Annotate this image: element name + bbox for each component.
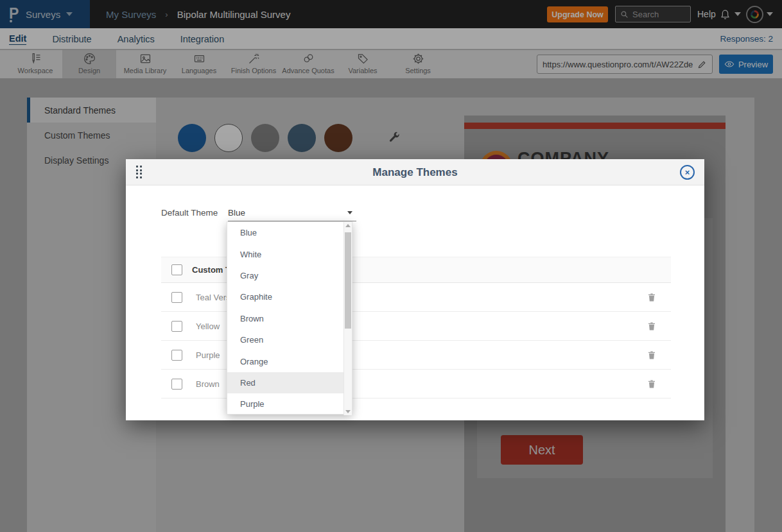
dropdown-scrollbar[interactable]: [343, 222, 352, 415]
chevron-down-icon: [347, 211, 352, 214]
close-icon[interactable]: ×: [680, 165, 695, 180]
dropdown-option-gray[interactable]: Gray: [227, 265, 345, 286]
default-theme-dropdown: Blue White Gray Graphite Brown Green Ora…: [227, 221, 352, 415]
row-checkbox[interactable]: [171, 321, 182, 332]
trash-icon[interactable]: [647, 292, 657, 303]
select-all-checkbox[interactable]: [171, 264, 182, 275]
dropdown-option-graphite[interactable]: Graphite: [227, 286, 345, 307]
manage-themes-modal: Manage Themes × Default Theme Blue Custo…: [126, 159, 704, 420]
row-checkbox[interactable]: [171, 350, 182, 361]
questionpro-app: P Surveys My Surveys › Bipolar Multiling…: [0, 0, 782, 532]
scroll-down-icon[interactable]: [345, 410, 351, 413]
dropdown-option-orange[interactable]: Orange: [227, 350, 345, 372]
dropdown-option-purple[interactable]: Purple: [227, 393, 345, 415]
dropdown-option-white[interactable]: White: [227, 243, 345, 264]
modal-title: Manage Themes: [126, 159, 704, 185]
dropdown-option-brown[interactable]: Brown: [227, 308, 345, 329]
selected-theme-value: Blue: [228, 208, 245, 218]
default-theme-select[interactable]: Blue: [228, 204, 356, 221]
default-theme-label: Default Theme: [161, 208, 218, 218]
dropdown-option-blue[interactable]: Blue: [227, 222, 345, 243]
trash-icon[interactable]: [647, 379, 657, 390]
drag-handle-icon[interactable]: [136, 166, 142, 178]
modal-header: Manage Themes ×: [126, 159, 704, 185]
scroll-up-icon[interactable]: [345, 224, 351, 227]
row-checkbox[interactable]: [171, 379, 182, 390]
dropdown-option-green[interactable]: Green: [227, 329, 345, 350]
row-checkbox[interactable]: [171, 292, 182, 303]
scrollbar-thumb[interactable]: [345, 232, 351, 329]
trash-icon[interactable]: [647, 350, 657, 361]
dropdown-option-red[interactable]: Red: [227, 372, 345, 393]
trash-icon[interactable]: [647, 321, 657, 332]
